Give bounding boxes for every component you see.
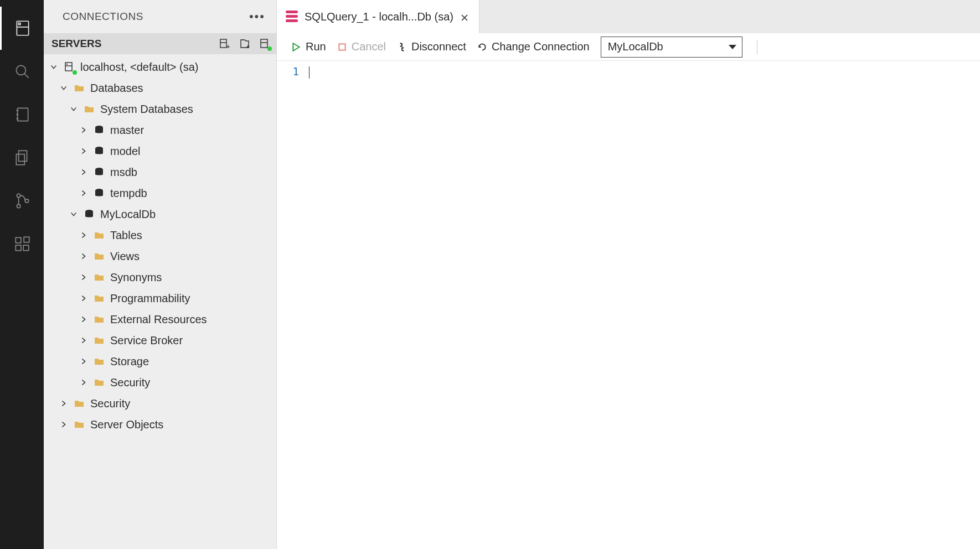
tree-database-node-mylocaldb[interactable]: MyLocalDb [44, 204, 276, 225]
connections-panel-title: CONNECTIONS [63, 11, 143, 23]
tree-label: msdb [110, 166, 271, 179]
chevron-down-icon [48, 61, 59, 72]
close-tab-icon[interactable] [460, 12, 469, 21]
new-connection-icon[interactable]: + [219, 38, 231, 50]
new-server-group-icon[interactable]: + [239, 38, 251, 50]
activity-source-control[interactable] [0, 179, 44, 222]
chevron-right-icon [78, 167, 89, 178]
chevron-down-icon [68, 209, 79, 220]
play-icon [291, 42, 301, 52]
database-selector[interactable]: MyLocalDb [601, 37, 742, 58]
editor-area: SQLQuery_1 - localh...Db (sa) Run Cancel… [277, 0, 980, 549]
folder-icon [73, 81, 86, 95]
tree-storage-folder[interactable]: Storage [44, 351, 276, 372]
folder-icon [73, 397, 86, 410]
folder-icon [92, 250, 106, 263]
tree-synonyms-folder[interactable]: Synonyms [44, 267, 276, 288]
code-editor[interactable]: 1 [277, 61, 980, 549]
svg-line-4 [24, 74, 28, 77]
activity-explorer[interactable] [0, 136, 44, 179]
tree-external-resources-folder[interactable]: External Resources [44, 309, 276, 330]
cancel-button: Cancel [337, 40, 386, 53]
svg-rect-10 [16, 154, 24, 165]
tree-system-databases-folder[interactable]: System Databases [44, 99, 276, 120]
change-connection-label: Change Connection [492, 40, 590, 53]
folder-icon [82, 102, 96, 116]
svg-rect-9 [18, 151, 27, 161]
toolbar-separator [757, 40, 757, 54]
tree-label: Views [110, 250, 271, 263]
tree-databases-folder[interactable]: Databases [44, 77, 276, 99]
chevron-down-icon [58, 82, 69, 94]
activity-connections[interactable] [0, 7, 44, 50]
tree-database-node[interactable]: tempdb [44, 183, 276, 204]
tree-label: Programmability [110, 292, 271, 305]
activity-search[interactable] [0, 50, 44, 93]
tree-label: localhost, <default> (sa) [80, 61, 271, 74]
chevron-right-icon [78, 230, 89, 241]
folder-icon [92, 292, 106, 305]
tree-programmability-folder[interactable]: Programmability [44, 288, 276, 309]
tree-views-folder[interactable]: Views [44, 246, 276, 267]
tree-server-node[interactable]: localhost, <default> (sa) [44, 56, 276, 77]
text-cursor [309, 66, 310, 79]
tree-service-broker-folder[interactable]: Service Broker [44, 330, 276, 351]
extensions-icon [13, 235, 32, 253]
svg-rect-24 [65, 63, 72, 71]
caret-down-icon [729, 45, 736, 49]
svg-point-13 [25, 199, 28, 203]
tree-server-objects-folder[interactable]: Server Objects [44, 414, 276, 435]
svg-point-3 [16, 65, 25, 75]
tree-server-security-folder[interactable]: Security [44, 393, 276, 414]
tree-label: Tables [110, 229, 271, 242]
tree-database-node[interactable]: msdb [44, 162, 276, 183]
change-connection-button[interactable]: Change Connection [477, 40, 590, 53]
chevron-right-icon [78, 146, 89, 157]
svg-rect-32 [339, 44, 345, 50]
servers-section-title: SERVERS [51, 38, 101, 50]
connections-panel: CONNECTIONS ••• SERVERS + + [44, 0, 277, 549]
svg-text:+: + [226, 44, 230, 49]
svg-point-12 [17, 204, 20, 208]
chevron-right-icon [78, 293, 89, 304]
tree-database-node[interactable]: master [44, 120, 276, 141]
editor-tab[interactable]: SQLQuery_1 - localh...Db (sa) [277, 0, 479, 33]
svg-point-11 [17, 194, 20, 197]
server-icon [13, 19, 32, 38]
folder-icon [92, 271, 106, 284]
svg-rect-16 [23, 245, 29, 251]
line-gutter: 1 [277, 61, 307, 549]
folder-icon [92, 334, 106, 347]
tree-label: master [110, 124, 271, 137]
activity-bar [0, 0, 44, 549]
servers-section-header[interactable]: SERVERS + + [44, 33, 276, 54]
show-active-connections-icon[interactable] [259, 38, 271, 50]
tree-db-security-folder[interactable]: Security [44, 372, 276, 393]
chevron-right-icon [78, 377, 89, 388]
folder-icon [92, 355, 106, 368]
disconnect-label: Disconnect [411, 40, 466, 53]
activity-extensions[interactable] [0, 222, 44, 266]
tree-tables-folder[interactable]: Tables [44, 225, 276, 246]
chevron-down-icon [68, 103, 79, 115]
run-button[interactable]: Run [291, 40, 326, 53]
code-body[interactable] [307, 61, 980, 549]
more-actions-icon[interactable]: ••• [249, 9, 265, 24]
folder-icon [73, 418, 86, 431]
line-number: 1 [277, 65, 299, 77]
source-control-icon [13, 191, 32, 210]
server-connected-icon [63, 60, 76, 74]
database-icon [82, 208, 96, 221]
disconnect-button[interactable]: Disconnect [397, 40, 466, 53]
database-icon [92, 123, 106, 137]
sql-file-icon [286, 11, 298, 23]
database-icon [92, 187, 106, 200]
folder-icon [92, 376, 106, 389]
activity-notebooks[interactable] [0, 93, 44, 136]
database-selector-value: MyLocalDb [608, 40, 663, 53]
database-icon [92, 165, 106, 179]
svg-rect-18 [220, 39, 226, 48]
object-explorer-tree: localhost, <default> (sa) Databases Syst… [44, 54, 276, 549]
tree-label: Service Broker [110, 334, 271, 347]
tree-database-node[interactable]: model [44, 141, 276, 162]
